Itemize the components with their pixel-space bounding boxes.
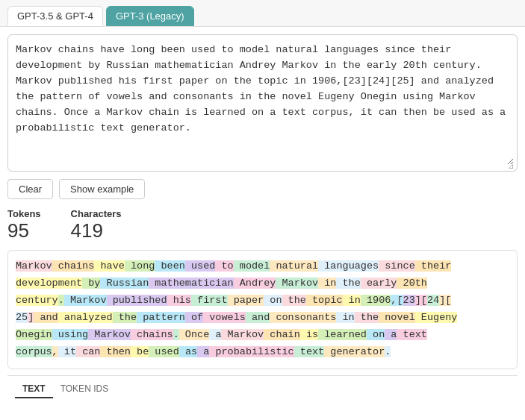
token-span: in [343, 295, 361, 306]
token-span: in [336, 312, 354, 323]
token-span: consonants [270, 312, 336, 323]
token-span: natural [270, 260, 318, 272]
token-span: Markov [16, 260, 52, 272]
token-span: in [318, 278, 336, 289]
bottom-tab-bar: TEXT TOKEN IDS [7, 375, 518, 403]
token-span: ][ [439, 295, 451, 306]
resize-handle: ⊿ [508, 162, 515, 169]
token-span: first [191, 295, 228, 306]
token-span: 23 [403, 295, 415, 306]
token-span: learned [318, 329, 367, 340]
token-span: Russian [100, 278, 149, 289]
button-row: Clear Show example [7, 179, 518, 199]
main-content: ⊿ Clear Show example Tokens 95 Character… [0, 27, 525, 410]
token-span: development [16, 278, 82, 289]
token-span: the [113, 312, 137, 323]
token-span: to [215, 260, 233, 272]
token-span: corpus [16, 346, 52, 357]
token-span: by [82, 278, 100, 289]
token-span: long [125, 260, 155, 272]
token-span: century [16, 295, 58, 306]
token-span: a [385, 329, 397, 340]
token-span: . [385, 346, 391, 357]
token-span: early [361, 278, 397, 289]
token-span: and [246, 312, 270, 323]
token-span: Markov [64, 295, 107, 306]
token-span: generator [324, 346, 385, 357]
textarea-wrapper: ⊿ [7, 34, 518, 172]
token-span: a [197, 346, 209, 357]
token-span: Eugeny [415, 312, 458, 323]
clear-button[interactable]: Clear [7, 179, 53, 199]
token-span: 25 [16, 312, 28, 323]
show-example-button[interactable]: Show example [59, 179, 145, 199]
text-input[interactable] [11, 38, 514, 165]
token-span: chains [131, 329, 173, 340]
token-span: chains [52, 260, 95, 272]
token-span: a [209, 329, 221, 340]
token-span: Markov [88, 329, 131, 340]
characters-label: Characters [71, 208, 122, 219]
token-span: mathematician [149, 278, 233, 289]
token-span: . [173, 329, 179, 340]
token-span: and [34, 312, 58, 323]
token-span: it [58, 346, 76, 357]
token-span: published [107, 295, 167, 306]
token-span: 24 [427, 295, 439, 306]
token-span: Markov [221, 329, 264, 340]
tokens-label: Tokens [7, 208, 41, 219]
token-span: analyzed [58, 312, 113, 323]
token-span: is [300, 329, 318, 340]
token-span: the [336, 278, 360, 289]
token-span: ,[ [391, 295, 403, 306]
token-span: used [185, 260, 216, 272]
token-span: of [185, 312, 203, 323]
token-span: Onegin [16, 329, 52, 340]
token-span: vowels [203, 312, 246, 323]
token-span: be [131, 346, 149, 357]
token-span: the [282, 295, 306, 306]
token-span: probabilistic [209, 346, 293, 357]
token-span: on [264, 295, 282, 306]
token-span: his [167, 295, 191, 306]
token-span: since [379, 260, 415, 272]
token-span: the [355, 312, 379, 323]
token-span: 20th [397, 278, 427, 289]
token-span: can [76, 346, 100, 357]
token-span: text [397, 329, 427, 340]
token-span: pattern [137, 312, 185, 323]
token-span: as [179, 346, 197, 357]
token-span: chain [264, 329, 300, 340]
token-span: Andrey [234, 278, 276, 289]
token-span: using [52, 329, 89, 340]
token-span: Markov [276, 278, 318, 289]
btab-text[interactable]: TEXT [15, 380, 53, 398]
characters-value: 419 [71, 219, 122, 242]
tab-gpt3legacy[interactable]: GPT-3 (Legacy) [106, 6, 194, 26]
tab-bar: GPT-3.5 & GPT-4 GPT-3 (Legacy) [0, 0, 525, 27]
token-span: been [155, 260, 185, 272]
token-span: languages [318, 260, 379, 272]
tokens-value: 95 [7, 219, 41, 242]
token-span: Once [179, 329, 210, 340]
token-span: 1906 [361, 295, 391, 306]
token-display: Markov chains have long been used to mod… [7, 250, 518, 369]
btab-token-ids[interactable]: TOKEN IDS [53, 380, 116, 398]
tab-gpt35gpt4[interactable]: GPT-3.5 & GPT-4 [7, 6, 103, 26]
tokens-block: Tokens 95 [7, 208, 41, 242]
characters-block: Characters 419 [71, 208, 122, 242]
token-span: ][ [415, 295, 427, 306]
token-span: model [234, 260, 270, 272]
token-span: , [52, 346, 58, 357]
token-span: . [58, 295, 64, 306]
token-span: then [100, 346, 131, 357]
token-span: used [149, 346, 179, 357]
token-span: on [367, 329, 385, 340]
stats-row: Tokens 95 Characters 419 [7, 208, 518, 242]
token-span: paper [228, 295, 264, 306]
token-span: their [415, 260, 452, 272]
token-span: topic [306, 295, 343, 306]
token-span: have [94, 260, 125, 272]
token-span: text [294, 346, 325, 357]
token-span: novel [379, 312, 415, 323]
